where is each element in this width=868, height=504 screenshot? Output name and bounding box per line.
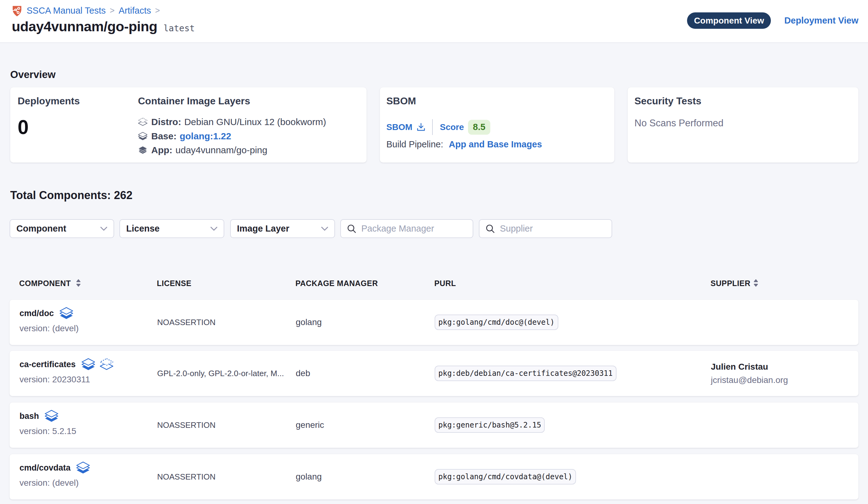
package-manager-cell: golang — [296, 454, 322, 500]
purl-pill: pkg:golang/cmd/covdata@(devel) — [435, 469, 576, 484]
image-layer-filter-dropdown[interactable]: Image Layer — [230, 219, 335, 238]
chevron-down-icon — [100, 226, 107, 231]
supplier-placeholder: Supplier — [500, 223, 533, 234]
component-cell: ca-certificates version: 20230311 — [20, 358, 114, 384]
supplier-email: jcristau@debian.org — [711, 375, 788, 385]
vertical-divider — [432, 119, 433, 135]
no-scans-text: No Scans Performed — [634, 118, 724, 129]
breadcrumb-separator-icon: > — [110, 6, 115, 16]
component-name-line: cmd/covdata — [20, 462, 90, 474]
deployments-count: 0 — [18, 116, 29, 139]
search-icon — [485, 224, 495, 234]
distro-value: Debian GNU/Linux 12 (bookworm) — [184, 117, 326, 127]
score-label: Score — [440, 122, 464, 132]
component-version: version: (devel) — [20, 478, 90, 488]
chevron-down-icon — [321, 226, 328, 231]
breadcrumb: SSCA Manual Tests > Artifacts > — [12, 4, 164, 17]
base-layers-icon — [76, 461, 90, 474]
base-layers-icon — [59, 307, 73, 320]
sort-icon-supplier[interactable] — [753, 279, 759, 287]
table-row[interactable]: bash version: 5.2.15 NOASSERTION generic… — [9, 402, 859, 448]
app-layers-icon — [138, 145, 147, 155]
image-layer-filter-label: Image Layer — [237, 223, 289, 234]
security-tests-title: Security Tests — [634, 95, 701, 107]
app-value: uday4vunnam/go-ping — [175, 145, 267, 155]
component-filter-dropdown[interactable]: Component — [10, 219, 114, 238]
component-name[interactable]: cmd/doc — [20, 309, 54, 318]
purl-cell: pkg:golang/cmd/covdata@(devel) — [435, 454, 576, 500]
container-image-layers-title: Container Image Layers — [138, 95, 250, 107]
sbom-download-link[interactable]: SBOM — [386, 122, 412, 132]
license-filter-dropdown[interactable]: License — [120, 219, 224, 238]
build-pipeline-link[interactable]: App and Base Images — [449, 139, 542, 150]
component-cell: cmd/covdata version: (devel) — [20, 462, 90, 488]
component-filter-label: Component — [17, 223, 66, 234]
component-name-line: bash — [20, 410, 76, 422]
license-cell: NOASSERTION — [157, 300, 216, 345]
security-tests-card: Security Tests No Scans Performed — [628, 87, 858, 162]
component-name[interactable]: bash — [20, 411, 39, 421]
purl-cell: pkg:deb/debian/ca-certificates@20230311 — [435, 351, 617, 396]
layer-row-base: Base: golang:1.22 — [138, 129, 231, 143]
component-name[interactable]: ca-certificates — [20, 360, 76, 369]
view-toggle: Component View — [687, 12, 771, 29]
sbom-row: SBOM Score 8.5 — [386, 119, 490, 135]
component-name-line: cmd/doc — [20, 307, 79, 320]
chevron-down-icon — [210, 226, 217, 231]
purl-pill: pkg:generic/bash@5.2.15 — [435, 417, 545, 433]
package-manager-placeholder: Package Manager — [361, 223, 434, 234]
component-version: version: (devel) — [20, 323, 79, 333]
base-label: Base: — [151, 131, 177, 141]
layer-row-app: App: uday4vunnam/go-ping — [138, 143, 267, 157]
sbom-title: SBOM — [386, 95, 416, 107]
purl-cell: pkg:golang/cmd/doc@(devel) — [435, 300, 558, 345]
component-cell: cmd/doc version: (devel) — [20, 307, 79, 333]
column-header-supplier[interactable]: SUPPLIER — [711, 279, 751, 288]
download-icon[interactable] — [417, 123, 425, 131]
package-manager-cell: deb — [296, 351, 310, 396]
page-title: uday4vunnam/go-ping — [12, 19, 157, 35]
package-manager-cell: generic — [296, 402, 324, 448]
purl-cell: pkg:generic/bash@5.2.15 — [435, 402, 545, 448]
table-row[interactable]: cmd/covdata version: (devel) NOASSERTION… — [9, 454, 859, 500]
column-header-component[interactable]: COMPONENT — [19, 279, 71, 288]
score-badge: 8.5 — [468, 120, 490, 135]
sbom-card: SBOM SBOM Score 8.5 Build Pipeline: App … — [380, 87, 614, 162]
artifact-page: SSCA Manual Tests > Artifacts > uday4vun… — [0, 0, 868, 504]
component-version: version: 20230311 — [20, 375, 114, 384]
supplier-name: Julien Cristau — [711, 362, 788, 372]
breadcrumb-separator-icon: > — [155, 6, 160, 16]
page-header: SSCA Manual Tests > Artifacts > uday4vun… — [0, 0, 868, 43]
deployment-view-button[interactable]: Deployment View — [784, 12, 858, 29]
artifact-tag: latest — [164, 23, 195, 33]
column-header-license: LICENSE — [157, 279, 192, 288]
ssca-shield-icon — [12, 4, 22, 17]
distro-label: Distro: — [151, 117, 181, 127]
layer-row-distro: Distro: Debian GNU/Linux 12 (bookworm) — [138, 115, 326, 129]
distro-layers-icon — [100, 358, 114, 371]
license-filter-label: License — [126, 223, 159, 234]
table-row[interactable]: cmd/doc version: (devel) NOASSERTION gol… — [9, 299, 859, 345]
deployments-layers-card: Deployments 0 Container Image Layers Dis… — [10, 87, 366, 162]
base-layers-icon — [44, 410, 59, 423]
breadcrumb-link-project[interactable]: SSCA Manual Tests — [27, 6, 106, 16]
license-cell: NOASSERTION — [157, 454, 216, 500]
deployments-title: Deployments — [18, 95, 80, 107]
table-row[interactable]: ca-certificates version: 20230311 GPL-2.… — [9, 351, 859, 396]
component-view-button[interactable]: Component View — [687, 12, 771, 29]
distro-layers-icon — [138, 117, 147, 127]
supplier-search[interactable]: Supplier — [479, 219, 612, 238]
base-layers-icon — [81, 358, 95, 371]
component-cell: bash version: 5.2.15 — [20, 410, 76, 436]
app-label: App: — [151, 145, 172, 155]
breadcrumb-link-artifacts[interactable]: Artifacts — [119, 6, 151, 16]
sort-icon-component[interactable] — [75, 279, 82, 287]
component-name-line: ca-certificates — [20, 358, 114, 371]
package-manager-search[interactable]: Package Manager — [340, 219, 473, 238]
license-cell: GPL-2.0-only, GPL-2.0-or-later, M... — [157, 351, 284, 396]
component-name[interactable]: cmd/covdata — [20, 463, 71, 473]
column-header-package-manager: PACKAGE MANAGER — [296, 279, 378, 288]
base-image-link[interactable]: golang:1.22 — [180, 131, 231, 141]
base-layers-icon — [138, 132, 147, 141]
supplier-cell: Julien Cristau jcristau@debian.org — [711, 351, 788, 396]
